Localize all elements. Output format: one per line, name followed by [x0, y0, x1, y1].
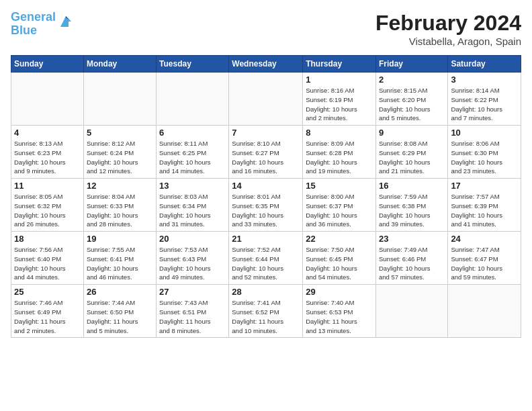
calendar-cell — [157, 73, 229, 126]
calendar-cell: 24Sunrise: 7:47 AMSunset: 6:47 PMDayligh… — [448, 232, 521, 285]
day-of-week-thursday: Thursday — [303, 56, 376, 73]
week-row-5: 25Sunrise: 7:46 AMSunset: 6:49 PMDayligh… — [11, 285, 521, 338]
calendar-cell: 21Sunrise: 7:52 AMSunset: 6:44 PMDayligh… — [229, 232, 303, 285]
calendar-header-row: SundayMondayTuesdayWednesdayThursdayFrid… — [11, 56, 521, 73]
calendar-cell: 14Sunrise: 8:01 AMSunset: 6:35 PMDayligh… — [229, 179, 303, 232]
calendar-cell: 27Sunrise: 7:43 AMSunset: 6:51 PMDayligh… — [157, 285, 229, 338]
day-info: Sunrise: 7:49 AMSunset: 6:46 PMDaylight:… — [379, 245, 445, 282]
logo: General Blue — [11, 11, 74, 38]
calendar-cell: 23Sunrise: 7:49 AMSunset: 6:46 PMDayligh… — [375, 232, 447, 285]
day-of-week-tuesday: Tuesday — [157, 56, 229, 73]
day-info: Sunrise: 7:52 AMSunset: 6:44 PMDaylight:… — [232, 245, 300, 282]
logo-text: General Blue — [11, 11, 56, 38]
day-number: 3 — [451, 75, 518, 85]
logo-blue: Blue — [11, 24, 37, 37]
day-number: 12 — [87, 181, 153, 191]
day-number: 29 — [306, 287, 373, 297]
day-number: 25 — [14, 287, 81, 297]
day-number: 19 — [87, 234, 153, 244]
day-info: Sunrise: 7:56 AMSunset: 6:40 PMDaylight:… — [14, 245, 81, 282]
calendar-cell: 8Sunrise: 8:09 AMSunset: 6:28 PMDaylight… — [303, 126, 376, 179]
day-number: 24 — [451, 234, 518, 244]
calendar-cell: 7Sunrise: 8:10 AMSunset: 6:27 PMDaylight… — [229, 126, 303, 179]
day-info: Sunrise: 7:53 AMSunset: 6:43 PMDaylight:… — [159, 245, 226, 282]
day-number: 11 — [14, 181, 81, 191]
calendar-cell — [448, 285, 521, 338]
calendar-cell: 4Sunrise: 8:13 AMSunset: 6:23 PMDaylight… — [11, 126, 84, 179]
day-info: Sunrise: 8:16 AMSunset: 6:19 PMDaylight:… — [306, 86, 373, 123]
calendar-cell: 2Sunrise: 8:15 AMSunset: 6:20 PMDaylight… — [375, 73, 447, 126]
day-number: 16 — [379, 181, 445, 191]
day-number: 18 — [14, 234, 81, 244]
calendar-cell: 6Sunrise: 8:11 AMSunset: 6:25 PMDaylight… — [157, 126, 229, 179]
day-info: Sunrise: 7:43 AMSunset: 6:51 PMDaylight:… — [159, 298, 226, 335]
calendar-cell: 3Sunrise: 8:14 AMSunset: 6:22 PMDaylight… — [448, 73, 521, 126]
day-info: Sunrise: 8:05 AMSunset: 6:32 PMDaylight:… — [14, 192, 81, 229]
day-info: Sunrise: 8:08 AMSunset: 6:29 PMDaylight:… — [379, 139, 445, 176]
calendar-cell: 5Sunrise: 8:12 AMSunset: 6:24 PMDaylight… — [83, 126, 156, 179]
day-info: Sunrise: 7:44 AMSunset: 6:50 PMDaylight:… — [87, 298, 153, 335]
day-number: 8 — [306, 128, 373, 138]
day-number: 26 — [87, 287, 153, 297]
calendar-cell: 18Sunrise: 7:56 AMSunset: 6:40 PMDayligh… — [11, 232, 84, 285]
day-number: 4 — [14, 128, 81, 138]
calendar-cell: 28Sunrise: 7:41 AMSunset: 6:52 PMDayligh… — [229, 285, 303, 338]
day-info: Sunrise: 8:11 AMSunset: 6:25 PMDaylight:… — [159, 139, 226, 176]
day-info: Sunrise: 8:01 AMSunset: 6:35 PMDaylight:… — [232, 192, 300, 229]
calendar-cell: 29Sunrise: 7:40 AMSunset: 6:53 PMDayligh… — [303, 285, 376, 338]
month-title: February 2024 — [375, 11, 521, 36]
day-of-week-friday: Friday — [375, 56, 447, 73]
calendar-cell: 19Sunrise: 7:55 AMSunset: 6:41 PMDayligh… — [83, 232, 156, 285]
day-of-week-saturday: Saturday — [448, 56, 521, 73]
calendar-cell — [375, 285, 447, 338]
week-row-4: 18Sunrise: 7:56 AMSunset: 6:40 PMDayligh… — [11, 232, 521, 285]
logo-icon — [58, 13, 74, 30]
calendar-cell: 20Sunrise: 7:53 AMSunset: 6:43 PMDayligh… — [157, 232, 229, 285]
day-number: 23 — [379, 234, 445, 244]
day-number: 7 — [232, 128, 300, 138]
day-number: 15 — [306, 181, 373, 191]
day-info: Sunrise: 8:12 AMSunset: 6:24 PMDaylight:… — [87, 139, 153, 176]
day-info: Sunrise: 7:40 AMSunset: 6:53 PMDaylight:… — [306, 298, 373, 335]
calendar-cell: 22Sunrise: 7:50 AMSunset: 6:45 PMDayligh… — [303, 232, 376, 285]
week-row-1: 1Sunrise: 8:16 AMSunset: 6:19 PMDaylight… — [11, 73, 521, 126]
day-number: 9 — [379, 128, 445, 138]
calendar-cell — [229, 73, 303, 126]
header: General Blue February 2024 Vistabella, A… — [11, 11, 521, 47]
day-number: 13 — [159, 181, 226, 191]
day-number: 6 — [159, 128, 226, 138]
day-number: 17 — [451, 181, 518, 191]
day-info: Sunrise: 8:09 AMSunset: 6:28 PMDaylight:… — [306, 139, 373, 176]
calendar: SundayMondayTuesdayWednesdayThursdayFrid… — [11, 55, 521, 338]
day-number: 27 — [159, 287, 226, 297]
calendar-cell: 9Sunrise: 8:08 AMSunset: 6:29 PMDaylight… — [375, 126, 447, 179]
day-of-week-sunday: Sunday — [11, 56, 84, 73]
day-of-week-wednesday: Wednesday — [229, 56, 303, 73]
day-number: 10 — [451, 128, 518, 138]
day-info: Sunrise: 7:59 AMSunset: 6:38 PMDaylight:… — [379, 192, 445, 229]
calendar-cell: 12Sunrise: 8:04 AMSunset: 6:33 PMDayligh… — [83, 179, 156, 232]
day-info: Sunrise: 8:13 AMSunset: 6:23 PMDaylight:… — [14, 139, 81, 176]
page: General Blue February 2024 Vistabella, A… — [0, 0, 532, 411]
day-info: Sunrise: 8:00 AMSunset: 6:37 PMDaylight:… — [306, 192, 373, 229]
day-number: 14 — [232, 181, 300, 191]
calendar-cell: 26Sunrise: 7:44 AMSunset: 6:50 PMDayligh… — [83, 285, 156, 338]
week-row-3: 11Sunrise: 8:05 AMSunset: 6:32 PMDayligh… — [11, 179, 521, 232]
calendar-cell: 13Sunrise: 8:03 AMSunset: 6:34 PMDayligh… — [157, 179, 229, 232]
title-block: February 2024 Vistabella, Aragon, Spain — [375, 11, 521, 47]
calendar-cell: 25Sunrise: 7:46 AMSunset: 6:49 PMDayligh… — [11, 285, 84, 338]
day-info: Sunrise: 7:57 AMSunset: 6:39 PMDaylight:… — [451, 192, 518, 229]
calendar-cell: 17Sunrise: 7:57 AMSunset: 6:39 PMDayligh… — [448, 179, 521, 232]
calendar-cell: 16Sunrise: 7:59 AMSunset: 6:38 PMDayligh… — [375, 179, 447, 232]
day-info: Sunrise: 8:03 AMSunset: 6:34 PMDaylight:… — [159, 192, 226, 229]
day-info: Sunrise: 7:47 AMSunset: 6:47 PMDaylight:… — [451, 245, 518, 282]
calendar-cell — [83, 73, 156, 126]
day-info: Sunrise: 8:10 AMSunset: 6:27 PMDaylight:… — [232, 139, 300, 176]
day-info: Sunrise: 7:55 AMSunset: 6:41 PMDaylight:… — [87, 245, 153, 282]
week-row-2: 4Sunrise: 8:13 AMSunset: 6:23 PMDaylight… — [11, 126, 521, 179]
day-info: Sunrise: 7:46 AMSunset: 6:49 PMDaylight:… — [14, 298, 81, 335]
day-info: Sunrise: 7:50 AMSunset: 6:45 PMDaylight:… — [306, 245, 373, 282]
day-info: Sunrise: 8:14 AMSunset: 6:22 PMDaylight:… — [451, 86, 518, 123]
calendar-cell: 10Sunrise: 8:06 AMSunset: 6:30 PMDayligh… — [448, 126, 521, 179]
calendar-cell: 15Sunrise: 8:00 AMSunset: 6:37 PMDayligh… — [303, 179, 376, 232]
